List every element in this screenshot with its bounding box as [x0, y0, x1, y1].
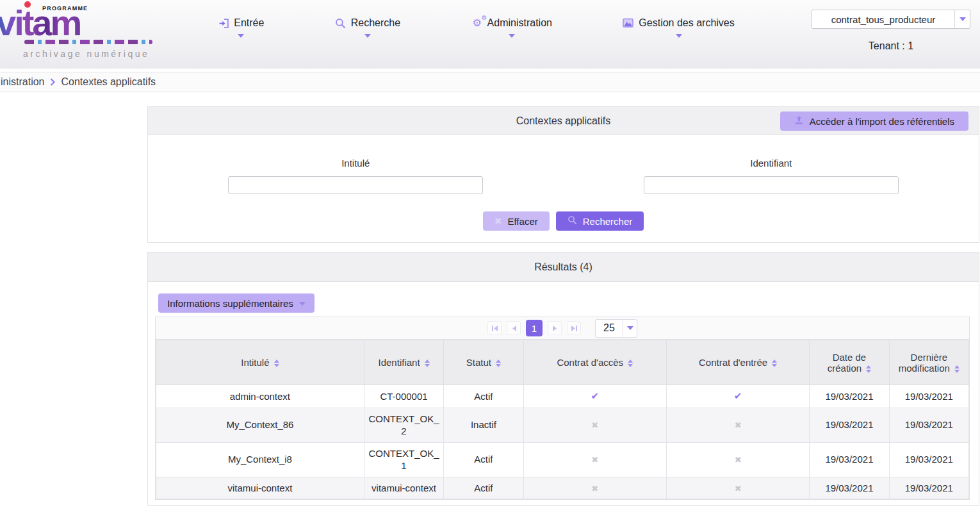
- pagination: 1 25: [156, 317, 969, 340]
- col-header-contrat-entree[interactable]: Contrat d'entrée: [666, 340, 809, 385]
- search-panel-body: Intitulé Identifiant ✖ Effacer: [148, 135, 979, 231]
- nav-item-recherche[interactable]: Recherche: [335, 0, 400, 68]
- search-panel: Contextes applicatifs Accèder à l'import…: [147, 106, 979, 243]
- col-header-contrat-acces[interactable]: Contrat d'accès: [523, 340, 666, 385]
- results-table-block: 1 25: [155, 317, 970, 500]
- identifiant-input[interactable]: [644, 176, 899, 194]
- cell-identifiant: CT-000001: [364, 385, 443, 408]
- previous-page-button[interactable]: [507, 321, 521, 335]
- chevron-down-icon: [960, 17, 966, 21]
- breadcrumb: inistration Contextes applicatifs: [0, 72, 980, 92]
- cell-contrat-acces: ✖: [523, 477, 666, 499]
- cell-intitule: My_Context_86: [156, 408, 364, 442]
- chevron-down-icon: [299, 302, 306, 306]
- cross-icon: ✖: [591, 420, 598, 430]
- intitule-input[interactable]: [228, 176, 483, 194]
- cell-date-creation: 19/03/2021: [810, 442, 889, 477]
- page-title: Contextes applicatifs: [516, 115, 611, 127]
- nav-item-entree[interactable]: Entrée: [218, 0, 264, 68]
- chevron-down-icon: [509, 34, 515, 38]
- cell-statut: Actif: [444, 477, 523, 499]
- tenant-label: Tenant : 1: [869, 40, 913, 52]
- cell-identifiant: CONTEXT_OK_1: [364, 442, 443, 477]
- select-chevron-cell[interactable]: [954, 10, 970, 28]
- nav-label: Gestion des archives: [639, 17, 734, 29]
- search-button-icon: [568, 215, 577, 227]
- clear-button[interactable]: ✖ Effacer: [483, 211, 550, 231]
- breadcrumb-parent[interactable]: inistration: [1, 76, 44, 88]
- col-header-statut[interactable]: Statut: [444, 340, 523, 385]
- page-size-select[interactable]: 25: [595, 319, 637, 338]
- cell-identifiant: vitamui-context: [364, 477, 443, 499]
- vitam-logo[interactable]: PROGRAMME vitam archivage numérique: [0, 0, 163, 68]
- results-table: Intitulé Identifiant Statut Contrat d'ac…: [156, 340, 969, 499]
- sort-icon: [954, 365, 960, 373]
- header-right: contrat_tous_producteur Tenant : 1: [802, 0, 980, 68]
- cell-contrat-entree: ✖: [666, 408, 809, 442]
- col-header-date-creation[interactable]: Date de création: [810, 340, 889, 385]
- cross-icon: ✖: [735, 455, 742, 465]
- cell-intitule: My_Context_i8: [156, 442, 364, 477]
- clear-label: Effacer: [507, 216, 537, 227]
- screen: PROGRAMME vitam archivage numérique Entr…: [0, 0, 980, 512]
- sort-icon: [628, 359, 633, 367]
- col-header-intitule[interactable]: Intitulé: [156, 340, 364, 385]
- import-referentials-button[interactable]: Accèder à l'import des référentiels: [780, 111, 968, 131]
- nav-item-gestion-archives[interactable]: Gestion des archives: [623, 0, 734, 68]
- cell-derniere-modification: 19/03/2021: [889, 408, 968, 442]
- search-panel-header: Contextes applicatifs Accèder à l'import…: [148, 107, 979, 135]
- content-area: Contextes applicatifs Accèder à l'import…: [0, 106, 980, 506]
- additional-info-button[interactable]: Informations supplémentaires: [158, 293, 314, 313]
- cell-statut: Actif: [444, 442, 523, 477]
- table-row[interactable]: My_Context_86CONTEXT_OK_2Inactif✖✖19/03/…: [156, 408, 969, 442]
- logo-brand: vitam: [0, 5, 80, 41]
- breadcrumb-current: Contextes applicatifs: [61, 76, 156, 88]
- intitule-label: Intitulé: [341, 158, 370, 169]
- next-page-button[interactable]: [548, 321, 562, 335]
- identifiant-label: Identifiant: [750, 158, 792, 169]
- chevron-right-icon: [50, 78, 55, 86]
- field-intitule: Intitulé: [148, 135, 564, 194]
- search-icon: [335, 17, 347, 29]
- gears-icon: ⚙⚙: [471, 17, 483, 29]
- cell-statut: Inactif: [444, 408, 523, 442]
- cell-contrat-entree: ✖: [666, 442, 809, 477]
- col-header-identifiant[interactable]: Identifiant: [364, 340, 443, 385]
- last-page-button[interactable]: [567, 321, 581, 335]
- check-icon: ✔: [734, 390, 742, 402]
- cell-date-creation: 19/03/2021: [810, 477, 889, 499]
- nav-item-administration[interactable]: ⚙⚙ Administration: [471, 0, 552, 68]
- chevron-down-icon: [238, 34, 244, 38]
- page-size-chevron-cell[interactable]: [623, 320, 637, 337]
- access-contract-select[interactable]: contrat_tous_producteur: [812, 10, 970, 29]
- cross-icon: ✖: [591, 484, 598, 493]
- table-row[interactable]: vitamui-contextvitamui-contextActif✖✖19/…: [156, 477, 969, 499]
- cell-identifiant: CONTEXT_OK_2: [364, 408, 443, 442]
- cell-intitule: vitamui-context: [156, 477, 364, 499]
- cell-intitule: admin-context: [156, 385, 364, 408]
- cell-statut: Actif: [444, 385, 523, 408]
- cell-derniere-modification: 19/03/2021: [889, 385, 968, 408]
- cell-contrat-entree: ✖: [666, 477, 809, 499]
- results-title: Résultats (4): [534, 261, 592, 273]
- chevron-down-icon: [676, 34, 682, 38]
- cell-derniere-modification: 19/03/2021: [889, 442, 968, 477]
- search-button[interactable]: Rechercher: [556, 211, 644, 231]
- col-header-derniere-modification[interactable]: Dernière modification: [889, 340, 968, 385]
- current-page-button[interactable]: 1: [526, 320, 543, 336]
- cross-icon: ✖: [735, 484, 742, 493]
- nav-label: Entrée: [234, 17, 264, 29]
- table-row[interactable]: admin-contextCT-000001Actif✔✔19/03/20211…: [156, 385, 969, 408]
- cross-icon: ✖: [735, 420, 742, 430]
- first-page-button[interactable]: [487, 321, 502, 335]
- page-size-value: 25: [596, 320, 623, 337]
- field-identifiant: Identifiant: [564, 135, 979, 194]
- access-contract-value: contrat_tous_producteur: [812, 10, 954, 28]
- sort-icon: [496, 359, 501, 367]
- cell-contrat-acces: ✖: [523, 408, 666, 442]
- cell-contrat-entree: ✔: [666, 385, 809, 408]
- table-body: admin-contextCT-000001Actif✔✔19/03/20211…: [156, 385, 969, 499]
- cell-contrat-acces: ✔: [523, 385, 666, 408]
- upload-icon: [794, 115, 804, 127]
- table-row[interactable]: My_Context_i8CONTEXT_OK_1Actif✖✖19/03/20…: [156, 442, 969, 477]
